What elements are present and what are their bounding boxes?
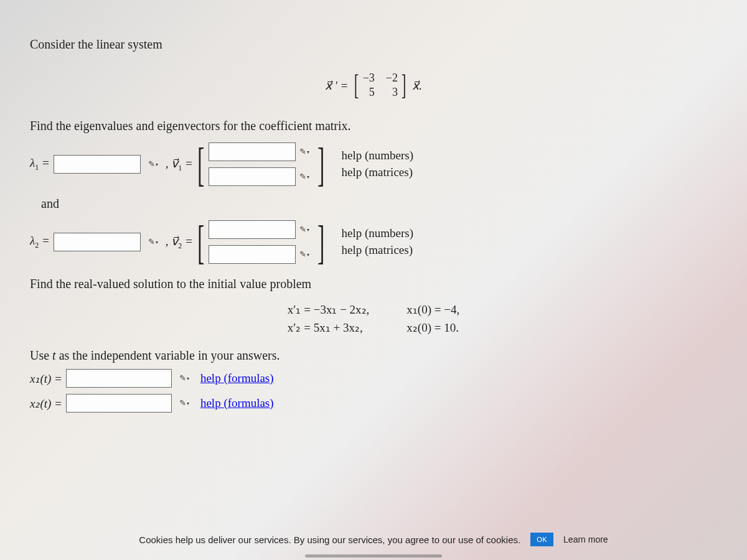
pencil-icon[interactable]: ✎▾ [296, 143, 313, 161]
bracket-left: [ [197, 141, 204, 188]
eigen-row-2: λ2 = ✎▾ , v⃗2 = [ ✎▾ ✎▾ ] help (numbers)… [30, 218, 717, 266]
ivp-ic2: x₂(0) = 10. [406, 320, 459, 335]
pencil-icon[interactable]: ✎▾ [144, 233, 162, 251]
intro-text: Consider the linear system [30, 37, 717, 52]
lambda2-label: λ2 = [30, 234, 50, 250]
cookie-text: Cookies help us deliver our services. By… [139, 534, 520, 545]
x1t-input[interactable] [66, 369, 172, 388]
m10: 5 [363, 86, 375, 99]
and-text: and [41, 197, 717, 211]
ivp-equations: x′₁ = −3x₁ − 2x₂, x₁(0) = −4, x′₂ = 5x₁ … [30, 302, 717, 335]
help-numbers-link[interactable]: help (numbers) [342, 226, 414, 240]
coefficient-matrix: [ −3 −2 5 3 ] [352, 70, 408, 100]
v1-bottom-input[interactable] [209, 167, 296, 186]
pencil-icon[interactable]: ✎▾ [296, 246, 313, 263]
pencil-icon[interactable]: ✎▾ [176, 394, 193, 412]
m00: −3 [363, 72, 375, 85]
help-numbers-link[interactable]: help (numbers) [342, 149, 414, 162]
scroll-indicator [305, 554, 442, 558]
ivp-eq2: x′₂ = 5x₁ + 3x₂, [288, 320, 370, 335]
eigen-row-1: λ1 = ✎▾ , v⃗1 = [ ✎▾ ✎▾ ] help (numbers)… [30, 141, 717, 188]
lhs: x⃗ ′ = [325, 78, 348, 93]
task2-text: Find the real-valued solution to the ini… [30, 277, 717, 291]
help-formulas-link[interactable]: help (formulas) [200, 396, 274, 410]
m01: −2 [386, 72, 398, 85]
x2t-input[interactable] [66, 394, 172, 413]
m11: 3 [386, 86, 398, 99]
v1-top-input[interactable] [209, 142, 296, 161]
bracket-left: [ [197, 218, 204, 266]
task3-text: Use t as the independent variable in you… [30, 348, 717, 363]
lambda1-input[interactable] [54, 155, 141, 174]
bracket-right: ] [317, 141, 324, 188]
cookie-bar: Cookies help us deliver our services. By… [0, 533, 747, 546]
rhs: x⃗. [412, 78, 422, 93]
task1-text: Find the eigenvalues and eigenvectors fo… [30, 119, 717, 133]
cookie-ok-button[interactable]: OK [530, 533, 553, 546]
help-formulas-link[interactable]: help (formulas) [200, 371, 274, 385]
x1t-label: x₁(t) = [30, 371, 62, 386]
v2-top-input[interactable] [209, 220, 296, 239]
lambda2-input[interactable] [54, 233, 141, 251]
x2t-label: x₂(t) = [30, 396, 62, 411]
pencil-icon[interactable]: ✎▾ [176, 370, 193, 387]
ivp-eq1: x′₁ = −3x₁ − 2x₂, [288, 302, 370, 317]
pencil-icon[interactable]: ✎▾ [144, 156, 162, 173]
cookie-learn-more-link[interactable]: Learn more [563, 534, 608, 544]
x1-solution-row: x₁(t) = ✎▾ help (formulas) [30, 369, 717, 388]
pencil-icon[interactable]: ✎▾ [296, 168, 313, 185]
system-equation: x⃗ ′ = [ −3 −2 5 3 ] x⃗. [30, 70, 717, 100]
pencil-icon[interactable]: ✎▾ [296, 221, 313, 238]
x2-solution-row: x₂(t) = ✎▾ help (formulas) [30, 394, 717, 413]
help-matrices-link[interactable]: help (matrices) [342, 166, 413, 179]
ivp-ic1: x₁(0) = −4, [406, 302, 459, 317]
v2-label: , v⃗2 = [166, 234, 193, 251]
lambda1-label: λ1 = [30, 156, 50, 172]
v1-label: , v⃗1 = [166, 156, 193, 173]
v2-bottom-input[interactable] [209, 245, 296, 264]
bracket-right: ] [317, 218, 324, 266]
help-matrices-link[interactable]: help (matrices) [342, 243, 413, 256]
